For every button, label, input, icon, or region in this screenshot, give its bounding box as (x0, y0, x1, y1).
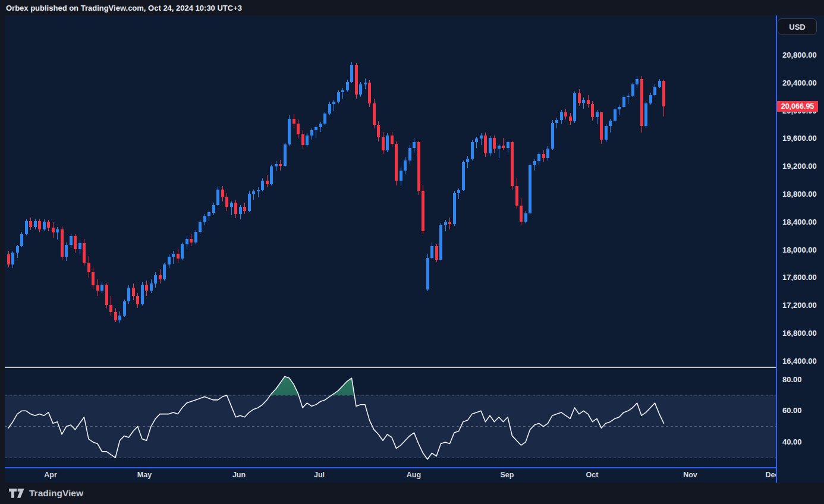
bear-candle (435, 246, 438, 260)
bull-candle (404, 160, 407, 171)
bull-candle (457, 190, 460, 193)
price-axis-label: 18,800.00 (782, 190, 817, 199)
bear-candle (96, 285, 99, 290)
tradingview-brand[interactable]: TradingView (29, 488, 83, 499)
bull-candle (618, 107, 621, 110)
price-axis-label: 17,200.00 (782, 301, 817, 310)
time-axis-label-dec: Dec (766, 471, 776, 479)
bull-candle (275, 164, 278, 167)
bull-candle (34, 221, 37, 228)
bull-candle (252, 191, 255, 194)
bull-candle (150, 284, 153, 291)
time-axis-label-jul: Jul (314, 471, 325, 479)
bull-candle (466, 159, 469, 162)
bull-candle (25, 221, 28, 234)
bear-candle (569, 116, 572, 121)
price-axis[interactable]: USD 20,066.95 20,800.0020,400.0020,000.0… (776, 15, 824, 483)
bull-candle (203, 216, 206, 222)
price-axis-label: 18,400.00 (782, 218, 817, 227)
bear-candle (502, 146, 505, 148)
bull-candle (323, 114, 326, 123)
bull-candle (337, 92, 340, 102)
bull-candle (70, 236, 73, 245)
bull-candle (172, 254, 175, 257)
tradingview-logo-icon[interactable] (9, 488, 24, 499)
bull-candle (207, 212, 210, 216)
tradingview-published-chart: Orbex published on TradingView.com, Oct … (0, 0, 824, 504)
oscillator-axis-label: 40.00 (782, 437, 802, 447)
bull-candle (56, 229, 59, 233)
bear-candle (493, 138, 496, 149)
bull-candle (658, 81, 661, 86)
bull-candle (43, 222, 46, 229)
bull-candle (270, 166, 273, 184)
bear-candle (243, 207, 246, 211)
bull-candle (614, 109, 617, 121)
time-axis-label-aug: Aug (407, 471, 421, 479)
bull-candle (185, 239, 188, 244)
bull-candle (168, 257, 171, 264)
currency-button[interactable]: USD (778, 18, 817, 35)
time-axis-label-jun: Jun (232, 471, 246, 479)
bear-candle (355, 65, 358, 94)
bear-candle (136, 296, 139, 304)
bull-candle (11, 253, 14, 264)
oscillator-axis-label: 80.00 (782, 375, 802, 385)
bull-candle (257, 190, 260, 191)
bull-candle (636, 79, 639, 84)
bull-candle (123, 301, 126, 315)
bear-candle (83, 243, 86, 263)
bear-candle (266, 181, 269, 184)
time-axis-label-may: May (137, 471, 152, 479)
bear-candle (542, 154, 545, 158)
bear-candle (61, 229, 64, 257)
bull-candle (498, 146, 501, 149)
bear-candle (564, 112, 567, 116)
bear-candle (29, 221, 32, 228)
bull-candle (319, 124, 322, 127)
bear-candle (395, 144, 398, 181)
footer-bar: TradingView (0, 483, 824, 504)
bear-candle (145, 285, 148, 290)
oscillator-pane[interactable] (5, 368, 776, 467)
bear-candle (105, 285, 108, 305)
bear-candle (92, 272, 95, 285)
bear-candle (109, 305, 112, 312)
bull-candle (609, 121, 612, 126)
bull-candle (507, 142, 510, 147)
bull-candle (341, 90, 344, 93)
bull-candle (199, 222, 202, 232)
bear-candle (373, 103, 376, 125)
price-axis-label: 16,800.00 (782, 329, 817, 338)
bull-candle (141, 285, 144, 304)
bull-candle (239, 207, 242, 214)
price-axis-label: 17,600.00 (782, 273, 817, 282)
bull-candle (644, 103, 647, 127)
price-pane[interactable] (5, 15, 776, 367)
price-axis-label: 20,800.00 (782, 51, 817, 60)
oscillator-axis-label: 60.00 (782, 406, 802, 415)
bull-candle (359, 84, 362, 94)
bear-candle (578, 93, 581, 102)
time-axis[interactable]: AprMayJunJulAugSepOctNovDec (5, 468, 776, 483)
bull-candle (408, 148, 411, 160)
bull-candle (65, 245, 68, 257)
bear-candle (391, 136, 394, 144)
bull-candle (426, 258, 429, 290)
bull-candle (622, 97, 625, 106)
bear-candle (190, 239, 193, 242)
bear-candle (382, 137, 385, 150)
bear-candle (520, 206, 523, 222)
price-axis-label: 19,200.00 (782, 162, 817, 171)
bull-candle (631, 84, 634, 96)
bear-candle (417, 142, 420, 191)
bull-candle (551, 123, 554, 149)
bull-candle (413, 142, 416, 147)
bull-candle (100, 285, 103, 290)
bear-candle (377, 125, 380, 137)
bear-candle (368, 83, 371, 103)
bull-candle (627, 96, 630, 97)
bull-candle (248, 194, 251, 211)
price-axis-label: 20,400.00 (782, 78, 817, 88)
bull-candle (471, 142, 474, 159)
